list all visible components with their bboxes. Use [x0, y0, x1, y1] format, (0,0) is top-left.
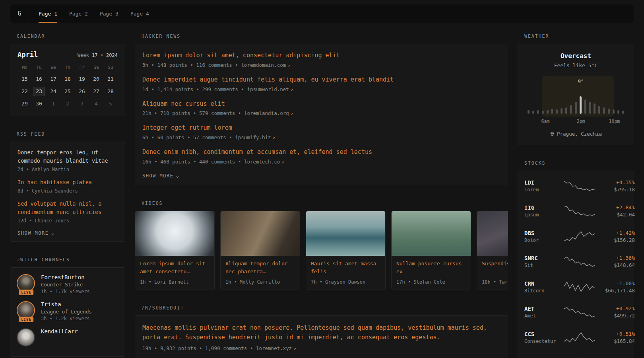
hackernews-item-title[interactable]: Donec imperdiet augue tincidunt felis al… — [142, 76, 500, 84]
video-thumbnail[interactable] — [221, 211, 300, 256]
page-tab[interactable]: Page 1 — [39, 4, 57, 23]
stock-row: CCS Consectetur +0.51% $165.84 — [524, 325, 627, 350]
video-card[interactable]: Nullam posuere cursus ex 17h • Stefan Co… — [391, 211, 471, 290]
video-thumbnail[interactable] — [392, 211, 471, 256]
external-link-icon[interactable]: ↗ — [293, 345, 296, 351]
weather-hourly-chart: 9° — [526, 77, 626, 114]
video-card[interactable]: Aliquam tempor dolor nec pharetra… 1h • … — [220, 211, 300, 290]
page-tab[interactable]: Page 3 — [100, 4, 118, 23]
calendar-week-number: 17 — [92, 53, 97, 58]
video-card[interactable]: Mauris sit amet massa felis 7h • Grayson… — [306, 211, 386, 290]
video-card-body: Lorem ipsum dolor sit amet consectetu… 1… — [135, 256, 214, 290]
stock-change: -1.00% — [595, 280, 635, 286]
stock-sparkline-wrap — [564, 281, 595, 292]
rss-item-title[interactable]: Donec tempor eros leo, ut commodo mauris… — [17, 148, 118, 165]
hackernews-item-title[interactable]: Aliquam nec cursus elit — [142, 100, 500, 109]
weather-location-text: Prague, Czechia — [557, 131, 602, 137]
calendar-card: April Week 17 • 2024 Mo Tu We — [10, 44, 125, 116]
twitch-channel-meta: 3h • 1.2k viewers — [41, 316, 92, 321]
stock-sparkline — [564, 281, 595, 292]
stock-name: Lorem — [524, 187, 564, 193]
video-thumbnail[interactable] — [306, 211, 385, 256]
stock-sparkline-wrap — [564, 206, 595, 217]
rss-item: Donec tempor eros leo, ut commodo mauris… — [17, 148, 118, 172]
weather-bar — [622, 111, 624, 114]
calendar-day: 22 — [19, 87, 31, 96]
hackernews-item: Lorem ipsum dolor sit amet, consectetur … — [142, 51, 500, 68]
calendar-day: 3 — [76, 99, 88, 109]
external-link-icon[interactable]: ↗ — [272, 134, 275, 140]
twitch-channel-name[interactable]: KendallCarr — [41, 328, 78, 335]
weather-bar — [598, 106, 600, 114]
external-link-icon[interactable]: ↗ — [290, 86, 293, 92]
hackernews-item-meta: 6h • 60 points • 57 comments • ipsumify.… — [142, 134, 500, 140]
video-thumbnail[interactable] — [477, 211, 508, 256]
external-link-icon[interactable]: ↗ — [287, 62, 290, 68]
rss-item-meta: 7d • Ashlyn Martin — [17, 167, 118, 172]
stock-row: DBS Dolor +1.42% $156.28 — [524, 224, 627, 249]
stock-values: +1.42% $156.28 — [595, 230, 635, 243]
calendar-day: 5 — [105, 99, 116, 109]
calendar-day: 15 — [19, 74, 31, 84]
calendar-day-header: Sa — [89, 65, 103, 72]
hackernews-meta-text: 3h • 148 points • 116 comments • loremdo… — [142, 62, 286, 68]
calendar-day: 4 — [90, 99, 102, 109]
peak-temp-label: 9° — [578, 79, 584, 84]
video-title[interactable]: Nullam posuere cursus ex — [396, 260, 466, 276]
page-tab[interactable]: Page 4 — [130, 4, 149, 23]
calendar-day: 30 — [33, 99, 45, 109]
app-logo[interactable]: G — [10, 4, 29, 23]
location-pin-icon — [550, 132, 555, 136]
calendar-day: 28 — [105, 87, 116, 96]
hackernews-item-title[interactable]: Lorem ipsum dolor sit amet, consectetur … — [142, 51, 500, 60]
twitch-channel-row[interactable]: LIVE KendallCarr — [17, 328, 118, 347]
stock-price: $795.18 — [595, 187, 635, 193]
subreddit-post-title[interactable]: Maecenas mollis pulvinar erat non posuer… — [142, 323, 500, 342]
stock-values: +1.36% $148.64 — [595, 255, 635, 268]
twitch-channel-info: Trisha League of Legends 3h • 1.2k viewe… — [41, 301, 92, 321]
twitch-channel-name[interactable]: Trisha — [41, 301, 92, 307]
calendar-week-label: Week — [78, 53, 89, 58]
rss-show-more-button[interactable]: SHOW MORE ⌄ — [17, 230, 55, 236]
twitch-channel-name[interactable]: ForrestBurton — [41, 274, 90, 280]
hackernews-show-more-button[interactable]: SHOW MORE ⌄ — [142, 173, 180, 179]
stock-id: AET Amet — [524, 305, 564, 319]
rss-item-title[interactable]: In hac habitasse platea — [17, 178, 118, 187]
video-title[interactable]: Lorem ipsum dolor sit amet consectetu… — [140, 260, 209, 276]
avatar — [17, 328, 35, 346]
page-tab[interactable]: Page 2 — [69, 4, 88, 23]
stock-ticker: CRN — [524, 280, 564, 287]
video-title[interactable]: Suspendisse diam — [482, 260, 508, 276]
external-link-icon[interactable]: ↗ — [290, 110, 293, 116]
video-card[interactable]: Lorem ipsum dolor sit amet consectetu… 1… — [135, 211, 215, 290]
subreddit-widget: /R/SUBREDDIT Maecenas mollis pulvinar er… — [135, 305, 508, 358]
stock-name: Consectetur — [524, 339, 564, 344]
hackernews-meta-text: 1d • 1,414 points • 299 comments • ipsum… — [142, 86, 289, 92]
weather-bar — [575, 102, 577, 114]
twitch-channel-row[interactable]: LIVE Trisha League of Legends 3h • 1.2k … — [17, 301, 118, 321]
twitch-channel-row[interactable]: LIVE ForrestBurton Counter-Strike 1h • 1… — [17, 274, 118, 294]
stock-price: $165.84 — [595, 338, 635, 344]
video-title[interactable]: Mauris sit amet massa felis — [311, 260, 380, 276]
video-meta: 17h • Stefan Cole — [396, 279, 466, 285]
stock-sparkline — [564, 256, 595, 267]
video-thumbnail[interactable] — [135, 211, 214, 256]
calendar-day: 27 — [90, 87, 102, 96]
rss-item-title[interactable]: Sed volutpat nulla nisl, a condimentum n… — [17, 200, 118, 216]
stock-price: $148.64 — [595, 262, 635, 268]
stock-row: IIG Ipsum +2.84% $42.04 — [524, 198, 627, 224]
main-layout: CALENDAR April Week 17 • 2024 Mo Tu — [0, 23, 644, 358]
stock-ticker: AET — [524, 305, 564, 312]
calendar-day: 17 — [47, 74, 59, 84]
hackernews-item-title[interactable]: Donec enim nibh, condimentum et accumsan… — [142, 148, 500, 157]
weather-widget: WEATHER Overcast Feels like 5°C 9° — [518, 33, 634, 145]
external-link-icon[interactable]: ↗ — [281, 159, 284, 165]
stock-change: +0.51% — [595, 331, 635, 337]
center-column: HACKER NEWS Lorem ipsum dolor sit amet, … — [135, 33, 508, 358]
video-title[interactable]: Aliquam tempor dolor nec pharetra… — [225, 260, 295, 276]
weather-time-label: 6am — [541, 119, 550, 124]
hackernews-item-title[interactable]: Integer eget rutrum lorem — [142, 124, 500, 132]
video-card[interactable]: Suspendisse diam 18h • Tara — [477, 211, 508, 290]
twitch-channel-category: League of Legends — [41, 309, 92, 315]
weather-bar — [589, 102, 591, 114]
